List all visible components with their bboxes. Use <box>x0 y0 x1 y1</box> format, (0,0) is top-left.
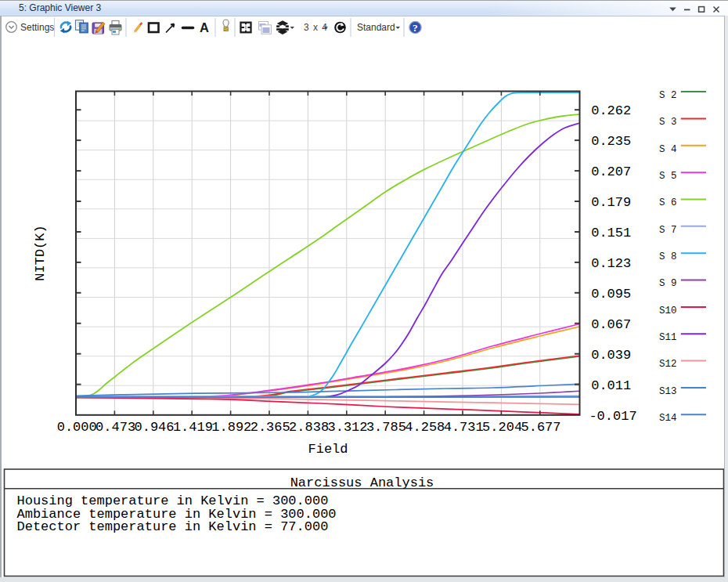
svg-text:4.731: 4.731 <box>444 420 484 435</box>
svg-text:0.151: 0.151 <box>591 226 631 240</box>
svg-text:0.946: 0.946 <box>134 420 174 435</box>
svg-text:Detector temperature in Kelvin: Detector temperature in Kelvin = 77.000 <box>17 519 329 534</box>
svg-text:S12: S12 <box>659 359 677 370</box>
svg-text:S 9: S 9 <box>659 278 677 289</box>
svg-text:S10: S10 <box>659 305 677 316</box>
svg-text:0.067: 0.067 <box>591 317 631 332</box>
svg-text:0.000: 0.000 <box>57 420 97 435</box>
svg-text:S 4: S 4 <box>659 144 677 155</box>
svg-text:S14: S14 <box>659 413 677 424</box>
svg-text:-0.017: -0.017 <box>589 409 636 424</box>
svg-text:S 2: S 2 <box>659 90 677 101</box>
svg-text:0.235: 0.235 <box>591 134 631 149</box>
svg-text:3.785: 3.785 <box>366 420 406 435</box>
svg-text:S 3: S 3 <box>659 117 677 128</box>
svg-text:0.262: 0.262 <box>591 103 631 118</box>
svg-text:0.039: 0.039 <box>591 348 631 363</box>
svg-text:S 7: S 7 <box>659 225 677 236</box>
svg-text:0.123: 0.123 <box>591 256 631 271</box>
svg-text:5.677: 5.677 <box>521 420 560 435</box>
svg-text:S 5: S 5 <box>659 171 677 182</box>
svg-text:0.207: 0.207 <box>591 164 631 179</box>
svg-text:S 8: S 8 <box>659 251 677 262</box>
svg-text:NITD(K): NITD(K) <box>33 225 48 280</box>
svg-text:3.312: 3.312 <box>327 420 367 435</box>
svg-text:4.258: 4.258 <box>405 420 445 435</box>
svg-text:S11: S11 <box>659 332 677 343</box>
svg-text:1.892: 1.892 <box>211 420 251 435</box>
svg-text:0.179: 0.179 <box>591 195 631 210</box>
svg-text:1.419: 1.419 <box>173 420 213 435</box>
svg-text:2.838: 2.838 <box>289 420 329 435</box>
svg-text:2.365: 2.365 <box>250 420 290 435</box>
svg-text:Field: Field <box>308 442 348 457</box>
svg-text:0.473: 0.473 <box>96 420 135 435</box>
svg-text:5.204: 5.204 <box>482 420 522 435</box>
svg-text:Narcissus Analysis: Narcissus Analysis <box>290 475 434 490</box>
svg-text:0.011: 0.011 <box>591 378 631 393</box>
svg-text:S13: S13 <box>659 386 677 397</box>
svg-text:0.095: 0.095 <box>591 287 631 302</box>
svg-text:S 6: S 6 <box>659 197 677 208</box>
